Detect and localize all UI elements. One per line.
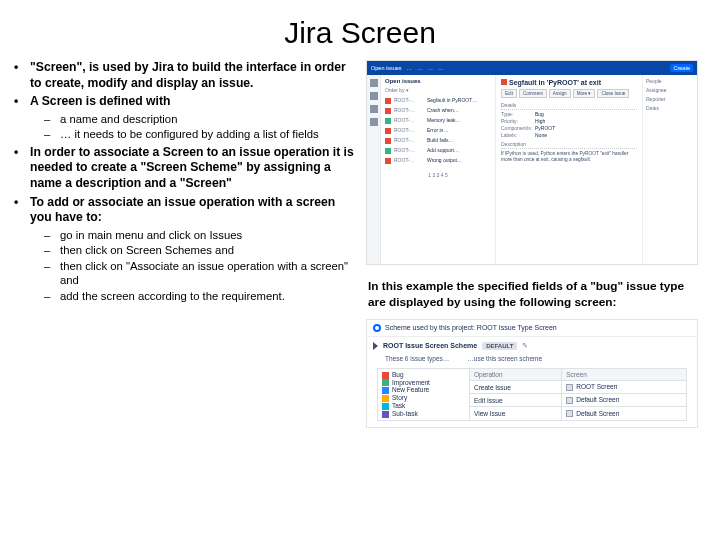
- list-title: Open issues: [385, 78, 491, 84]
- nav-create: Create: [670, 64, 693, 72]
- more-button: More ▾: [573, 89, 596, 98]
- example-caption: In this example the specified fields of …: [368, 279, 704, 311]
- sidebar-icon: [370, 118, 378, 126]
- bullet-4d: add the screen according to the requirem…: [30, 289, 360, 303]
- nav-item: …: [417, 65, 423, 71]
- bullet-4a: go in main menu and click on Issues: [30, 228, 360, 242]
- sidebar-icon: [370, 92, 378, 100]
- edit-icon: ✎: [522, 342, 528, 350]
- bullet-1: "Screen", is used by Jira to build the i…: [12, 60, 360, 91]
- nav-item: …: [428, 65, 434, 71]
- sidebar-icon: [370, 105, 378, 113]
- slide-title: Jira Screen: [0, 0, 720, 60]
- scheme-table: Bug Improvement New Feature Story Task S…: [377, 368, 687, 421]
- bullet-4: To add or associate an issue operation w…: [12, 195, 360, 303]
- columns: "Screen", is used by Jira to build the i…: [0, 60, 720, 428]
- bullet-2-text: A Screen is defined with: [30, 94, 170, 108]
- comment-button: Comment: [519, 89, 547, 98]
- scheme-note-1: These 6 issue types…: [385, 355, 449, 362]
- bullet-4b: then click on Screen Schemes and: [30, 243, 360, 257]
- bullet-4c: then click on "Associate an issue operat…: [30, 259, 360, 288]
- nav-item: Open issues: [371, 65, 402, 71]
- bullet-2: A Screen is defined with a name and desc…: [12, 94, 360, 142]
- description-text: If IPython is used, Python enters the Py…: [501, 151, 637, 163]
- left-column: "Screen", is used by Jira to build the i…: [12, 60, 360, 428]
- bullet-3: In order to associate a Screen to an iss…: [12, 145, 360, 192]
- bullet-2b: … it needs to be configured by adding a …: [30, 127, 360, 141]
- jira-sidebar: [367, 75, 381, 264]
- issue-list: Open issues Order by ▾ ROOT-…Segfault in…: [381, 75, 496, 264]
- list-filters: Order by ▾: [385, 87, 491, 93]
- scheme-header: Scheme used by this project: ROOT Issue …: [385, 324, 557, 331]
- nav-item: …: [407, 65, 413, 71]
- info-icon: [373, 324, 381, 332]
- sidebar-icon: [370, 79, 378, 87]
- scheme-screenshot: Scheme used by this project: ROOT Issue …: [366, 319, 698, 428]
- jira-screenshot: Open issues … … … … Create Open issues O…: [366, 60, 698, 265]
- issue-detail: Segfault in 'PyROOT' at exit Edit Commen…: [496, 75, 642, 264]
- issue-rightpanel: People Assignee Reporter Dates: [642, 75, 697, 264]
- details-section: Details: [501, 102, 516, 108]
- default-pill: DEFAULT: [482, 342, 517, 350]
- nav-item: …: [438, 65, 444, 71]
- desc-section: Description: [501, 141, 526, 147]
- scheme-note-2: …use this screen scheme: [467, 355, 542, 362]
- bullet-4-text: To add or associate an issue operation w…: [30, 195, 335, 225]
- edit-button: Edit: [501, 89, 517, 98]
- close-button: Close Issue: [597, 89, 629, 98]
- jira-topbar: Open issues … … … … Create: [367, 61, 697, 75]
- expand-icon: [373, 342, 378, 350]
- right-column: Open issues … … … … Create Open issues O…: [366, 60, 706, 428]
- scheme-title: ROOT Issue Screen Scheme: [383, 342, 477, 349]
- bullet-2a: a name and description: [30, 112, 360, 126]
- issue-title: Segfault in 'PyROOT' at exit: [509, 79, 601, 86]
- assign-button: Assign: [549, 89, 571, 98]
